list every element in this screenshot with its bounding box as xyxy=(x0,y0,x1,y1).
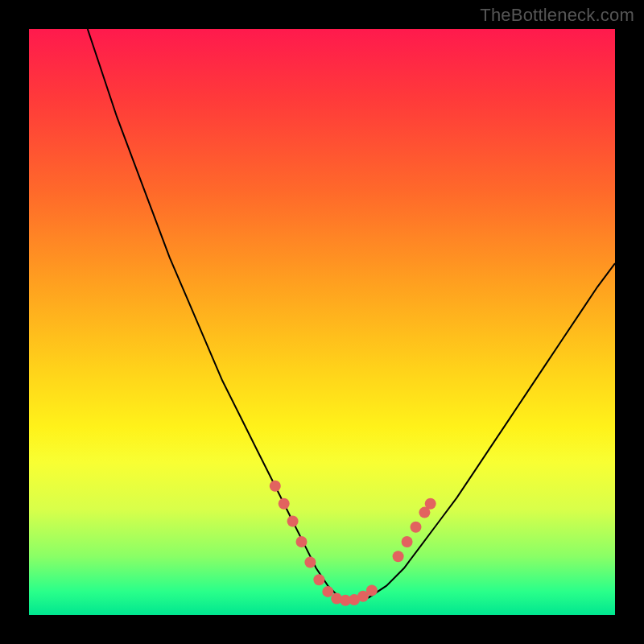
highlight-point xyxy=(270,481,281,492)
highlight-point xyxy=(366,584,378,596)
highlight-point xyxy=(313,574,324,585)
highlight-point xyxy=(393,551,404,562)
chart-svg xyxy=(29,29,615,615)
highlight-point xyxy=(425,498,436,510)
watermark-text: TheBottleneck.com xyxy=(480,5,634,26)
highlight-point xyxy=(402,536,413,547)
highlight-point xyxy=(296,536,308,547)
highlight-point xyxy=(287,516,299,527)
chart-area xyxy=(29,29,615,615)
highlight-point xyxy=(279,498,290,510)
highlight-point xyxy=(411,522,422,533)
highlight-point xyxy=(304,557,316,568)
highlight-point xyxy=(322,586,333,597)
bottleneck-curve xyxy=(88,29,615,601)
marker-group xyxy=(270,481,436,606)
